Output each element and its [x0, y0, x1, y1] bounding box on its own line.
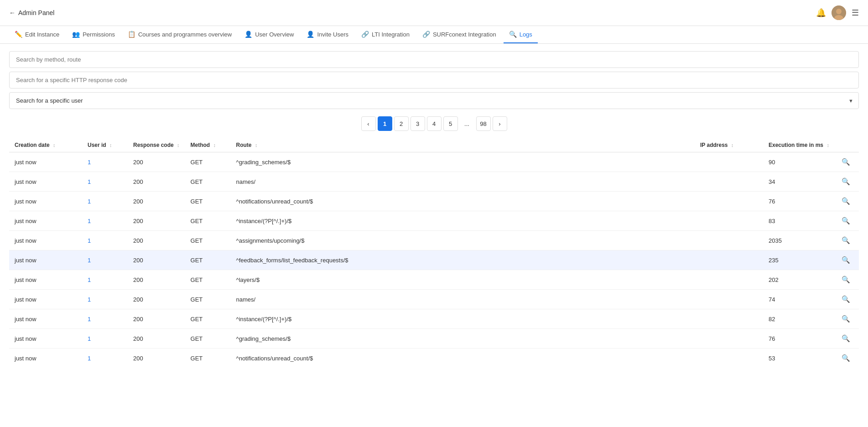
- cell-user-id[interactable]: 1: [82, 329, 128, 349]
- cell-action[interactable]: 🔍: [836, 290, 859, 309]
- sort-ip-icon: ↕: [731, 142, 734, 148]
- menu-icon[interactable]: ☰: [852, 8, 859, 18]
- chain-icon: 🔗: [422, 31, 430, 38]
- cell-ip-address: [695, 309, 763, 329]
- row-search-icon[interactable]: 🔍: [842, 295, 850, 303]
- cell-user-id[interactable]: 1: [82, 250, 128, 270]
- col-header-response-code[interactable]: Response code ↕: [128, 138, 185, 152]
- col-header-method[interactable]: Method ↕: [185, 138, 231, 152]
- col-header-user-id[interactable]: User id ↕: [82, 138, 128, 152]
- tab-lti[interactable]: 🔗 LTI Integration: [356, 26, 415, 43]
- cell-user-id[interactable]: 1: [82, 290, 128, 309]
- edit-icon: ✏️: [15, 31, 22, 38]
- pagination-page-98[interactable]: 98: [476, 116, 491, 131]
- logs-table: Creation date ↕ User id ↕ Response code …: [9, 138, 859, 368]
- row-search-icon[interactable]: 🔍: [842, 276, 850, 283]
- link-icon: 🔗: [361, 31, 369, 38]
- cell-action[interactable]: 🔍: [836, 329, 859, 349]
- cell-route: ^feedback_forms/list_feedback_requests/$: [231, 250, 695, 270]
- cell-method: GET: [185, 192, 231, 211]
- pagination-page-1[interactable]: 1: [378, 116, 392, 131]
- cell-action[interactable]: 🔍: [836, 152, 859, 172]
- pagination-next[interactable]: ›: [493, 116, 507, 131]
- http-response-search[interactable]: [9, 72, 859, 89]
- cell-ip-address: [695, 211, 763, 231]
- notification-bell-icon[interactable]: 🔔: [816, 8, 826, 18]
- cell-response-code: 200: [128, 270, 185, 290]
- row-search-icon[interactable]: 🔍: [842, 236, 850, 244]
- tab-edit-instance[interactable]: ✏️ Edit Instance: [9, 26, 65, 43]
- cell-method: GET: [185, 290, 231, 309]
- row-search-icon[interactable]: 🔍: [842, 334, 850, 342]
- row-search-icon[interactable]: 🔍: [842, 217, 850, 224]
- cell-creation-date: just now: [9, 309, 82, 329]
- pagination-page-4[interactable]: 4: [427, 116, 442, 131]
- cell-execution-time: 235: [763, 250, 836, 270]
- cell-action[interactable]: 🔍: [836, 231, 859, 250]
- nav-tabs: ✏️ Edit Instance 👥 Permissions 📋 Courses…: [0, 26, 868, 44]
- pagination-prev[interactable]: ‹: [361, 116, 376, 131]
- col-header-ip[interactable]: IP address ↕: [695, 138, 763, 152]
- table-header-row: Creation date ↕ User id ↕ Response code …: [9, 138, 859, 152]
- user-select[interactable]: Search for a specific user: [9, 92, 859, 109]
- sort-route-icon: ↕: [255, 142, 258, 148]
- cell-user-id[interactable]: 1: [82, 172, 128, 192]
- table-row: just now 1 200 GET ^instance/(?P[^/.]+)/…: [9, 211, 859, 231]
- table-row: just now 1 200 GET names/ 74 🔍: [9, 290, 859, 309]
- back-button[interactable]: ← Admin Panel: [9, 9, 54, 16]
- tab-user-overview[interactable]: 👤 User Overview: [239, 26, 299, 43]
- tab-courses[interactable]: 📋 Courses and programmes overview: [122, 26, 237, 43]
- cell-user-id[interactable]: 1: [82, 152, 128, 172]
- invite-icon: 👤: [307, 31, 314, 38]
- pagination-page-3[interactable]: 3: [411, 116, 425, 131]
- table-row: just now 1 200 GET ^instance/(?P[^/.]+)/…: [9, 309, 859, 329]
- cell-action[interactable]: 🔍: [836, 309, 859, 329]
- cell-action[interactable]: 🔍: [836, 172, 859, 192]
- row-search-icon[interactable]: 🔍: [842, 158, 850, 166]
- cell-method: GET: [185, 231, 231, 250]
- tab-permissions[interactable]: 👥 Permissions: [67, 26, 120, 43]
- back-arrow-icon: ←: [9, 9, 16, 16]
- cell-action[interactable]: 🔍: [836, 192, 859, 211]
- row-search-icon[interactable]: 🔍: [842, 197, 850, 205]
- cell-user-id[interactable]: 1: [82, 231, 128, 250]
- row-search-icon[interactable]: 🔍: [842, 256, 850, 264]
- cell-execution-time: 83: [763, 211, 836, 231]
- col-header-creation-date[interactable]: Creation date ↕: [9, 138, 82, 152]
- col-header-route[interactable]: Route ↕: [231, 138, 695, 152]
- row-search-icon[interactable]: 🔍: [842, 315, 850, 323]
- cell-user-id[interactable]: 1: [82, 349, 128, 368]
- cell-user-id[interactable]: 1: [82, 309, 128, 329]
- cell-execution-time: 76: [763, 329, 836, 349]
- row-search-icon[interactable]: 🔍: [842, 177, 850, 185]
- cell-user-id[interactable]: 1: [82, 211, 128, 231]
- cell-method: GET: [185, 270, 231, 290]
- cell-ip-address: [695, 349, 763, 368]
- cell-response-code: 200: [128, 152, 185, 172]
- cell-route: ^layers/$: [231, 270, 695, 290]
- cell-method: GET: [185, 329, 231, 349]
- tab-logs[interactable]: 🔍 Logs: [504, 26, 538, 43]
- sort-response-icon: ↕: [177, 142, 180, 148]
- row-search-icon[interactable]: 🔍: [842, 354, 850, 362]
- cell-action[interactable]: 🔍: [836, 349, 859, 368]
- content: Search for a specific user ‹ 1 2 3 4 5 .…: [0, 44, 868, 375]
- pagination-page-2[interactable]: 2: [394, 116, 409, 131]
- cell-method: GET: [185, 211, 231, 231]
- col-header-exec-time[interactable]: Execution time in ms ↕: [763, 138, 836, 152]
- tab-invite-users[interactable]: 👤 Invite Users: [301, 26, 354, 43]
- method-route-search[interactable]: [9, 51, 859, 68]
- cell-user-id[interactable]: 1: [82, 192, 128, 211]
- cell-ip-address: [695, 152, 763, 172]
- avatar[interactable]: [832, 5, 846, 20]
- cell-creation-date: just now: [9, 172, 82, 192]
- cell-action[interactable]: 🔍: [836, 270, 859, 290]
- cell-creation-date: just now: [9, 329, 82, 349]
- cell-execution-time: 74: [763, 290, 836, 309]
- cell-user-id[interactable]: 1: [82, 270, 128, 290]
- courses-icon: 📋: [128, 31, 135, 38]
- cell-action[interactable]: 🔍: [836, 250, 859, 270]
- cell-action[interactable]: 🔍: [836, 211, 859, 231]
- tab-surfconext[interactable]: 🔗 SURFconext Integration: [417, 26, 502, 43]
- pagination-page-5[interactable]: 5: [443, 116, 458, 131]
